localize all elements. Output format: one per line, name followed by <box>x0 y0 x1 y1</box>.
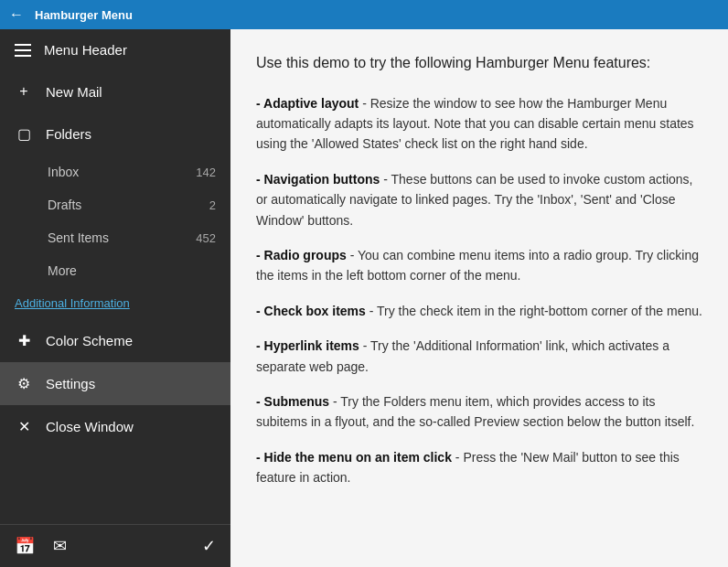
check-icon[interactable]: ✓ <box>198 532 219 560</box>
content-paragraph: - Submenus - Try the Folders menu item, … <box>256 391 702 433</box>
new-mail-label: New Mail <box>46 84 216 100</box>
content-paragraph: - Check box items - Try the check item i… <box>256 301 702 321</box>
sidebar-header-label: Menu Header <box>44 42 127 58</box>
inbox-count: 142 <box>196 166 216 179</box>
content-paragraph: - Navigation buttons - These buttons can… <box>256 169 702 230</box>
settings-icon: ⚙ <box>15 375 33 392</box>
drafts-count: 2 <box>209 198 216 212</box>
folder-icon: ▢ <box>15 125 33 143</box>
hamburger-icon[interactable] <box>15 44 31 57</box>
sent-items-label: Sent Items <box>48 230 196 245</box>
color-scheme-icon: ✚ <box>15 332 33 349</box>
content-heading: Use this demo to try the following Hambu… <box>256 51 702 75</box>
sidebar-item-inbox[interactable]: Inbox 142 <box>0 155 230 188</box>
content-area: Use this demo to try the following Hambu… <box>230 29 728 567</box>
mail-icon[interactable]: ✉ <box>49 532 70 560</box>
close-window-label: Close Window <box>46 419 216 434</box>
sidebar-item-close-window[interactable]: ✕ Close Window <box>0 405 230 448</box>
sidebar-header[interactable]: Menu Header <box>0 29 230 70</box>
sidebar-item-sent-items[interactable]: Sent Items 452 <box>0 221 230 254</box>
sidebar-item-more[interactable]: More <box>0 254 230 287</box>
sent-items-count: 452 <box>196 231 216 245</box>
main-layout: Menu Header + New Mail ▢ Folders Inbox 1… <box>0 29 728 567</box>
content-paragraph: - Radio groups - You can combine menu it… <box>256 245 702 286</box>
color-scheme-label: Color Scheme <box>46 333 216 348</box>
content-paragraph: - Hyperlink items - Try the 'Additional … <box>256 336 702 377</box>
inbox-label: Inbox <box>48 165 196 179</box>
title-bar: ← Hamburger Menu <box>0 0 728 29</box>
sidebar-item-color-scheme[interactable]: ✚ Color Scheme <box>0 319 230 362</box>
more-label: More <box>48 263 216 278</box>
additional-information-link[interactable]: Additional Information <box>0 287 230 319</box>
sidebar-item-drafts[interactable]: Drafts 2 <box>0 188 230 221</box>
content-paragraph: - Hide the menu on an item click - Press… <box>256 447 702 488</box>
calendar-icon[interactable]: 📅 <box>11 532 38 560</box>
drafts-label: Drafts <box>48 198 209 212</box>
sidebar-item-settings[interactable]: ⚙ Settings <box>0 362 230 405</box>
plus-icon: + <box>15 83 33 100</box>
back-button[interactable]: ← <box>9 6 24 23</box>
content-paragraph: - Adaptive layout - Resize the window to… <box>256 93 702 155</box>
close-icon: ✕ <box>15 418 33 435</box>
content-paragraphs: - Adaptive layout - Resize the window to… <box>256 93 702 488</box>
title-bar-title: Hamburger Menu <box>35 8 133 22</box>
folders-label: Folders <box>46 126 216 142</box>
sidebar-bottom-bar: 📅 ✉ ✓ <box>0 524 230 567</box>
sidebar-item-folders[interactable]: ▢ Folders <box>0 112 230 155</box>
sidebar-item-new-mail[interactable]: + New Mail <box>0 70 230 112</box>
settings-label: Settings <box>46 376 216 391</box>
sidebar: Menu Header + New Mail ▢ Folders Inbox 1… <box>0 29 230 567</box>
